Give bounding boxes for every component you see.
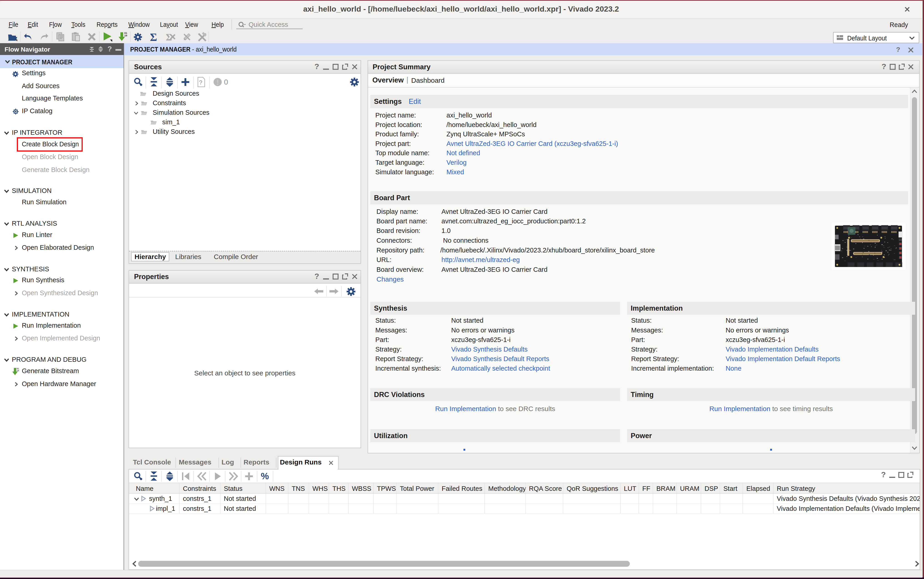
- svg-text:?: ?: [896, 46, 900, 53]
- svg-text:?: ?: [882, 63, 886, 71]
- svg-text:?: ?: [108, 46, 112, 53]
- svg-text:?: ?: [881, 471, 886, 479]
- svg-text:?: ?: [314, 272, 319, 280]
- svg-text:Σ: Σ: [150, 31, 157, 42]
- svg-text:?: ?: [314, 63, 319, 71]
- svg-text:?: ?: [199, 79, 202, 86]
- svg-text:Σ: Σ: [166, 32, 172, 42]
- svg-text:%: %: [261, 471, 269, 481]
- svg-text:10: 10: [16, 370, 19, 372]
- svg-text:10: 10: [124, 34, 127, 37]
